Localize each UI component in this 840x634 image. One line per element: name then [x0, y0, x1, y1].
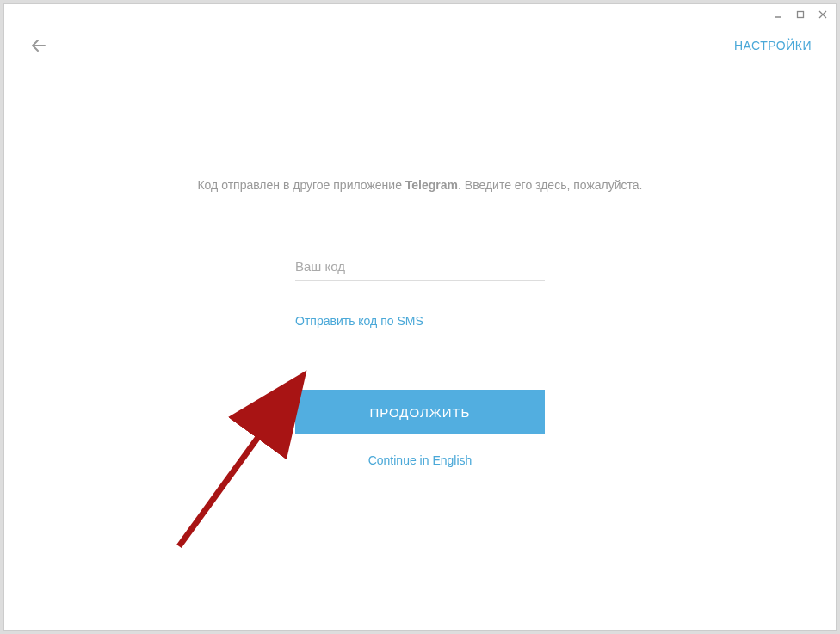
svg-line-5 [179, 390, 293, 546]
maximize-icon[interactable] [794, 9, 806, 21]
svg-rect-1 [798, 12, 804, 18]
instruction-after: . Введите его здесь, пожалуйста. [458, 178, 642, 192]
content-area: Код отправлен в другое приложение Telegr… [4, 66, 836, 630]
app-window: НАСТРОЙКИ Код отправлен в другое приложе… [3, 3, 837, 631]
continue-button[interactable]: ПРОДОЛЖИТЬ [295, 390, 545, 434]
send-sms-link[interactable]: Отправить код по SMS [295, 314, 545, 328]
minimize-icon[interactable] [772, 9, 784, 21]
titlebar [4, 4, 836, 25]
annotation-arrow-icon [172, 364, 310, 553]
settings-link[interactable]: НАСТРОЙКИ [734, 39, 812, 52]
header: НАСТРОЙКИ [4, 25, 836, 66]
back-arrow-icon[interactable] [28, 35, 49, 56]
code-input[interactable] [295, 252, 545, 281]
instruction-text: Код отправлен в другое приложение Telegr… [197, 178, 642, 192]
continue-english-link[interactable]: Continue in English [368, 453, 472, 467]
instruction-bold: Telegram [405, 178, 458, 192]
instruction-before: Код отправлен в другое приложение [197, 178, 405, 192]
close-icon[interactable] [817, 9, 829, 21]
